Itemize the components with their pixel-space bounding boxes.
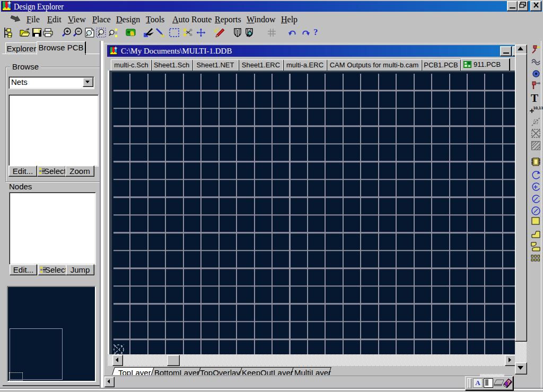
svg-text:10,10: 10,10 (533, 106, 543, 110)
svg-text:?: ? (507, 380, 510, 386)
